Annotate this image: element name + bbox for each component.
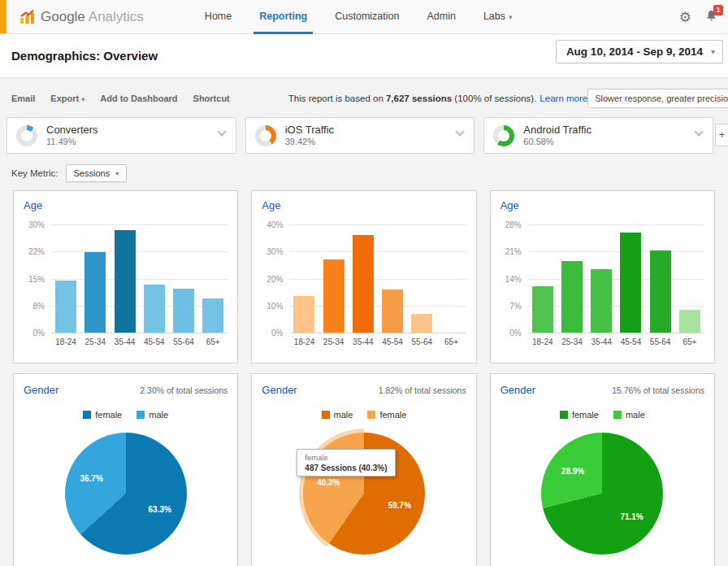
gender-charts-row: Gender 2.30% of total sessions femalemal… <box>0 373 728 566</box>
age-bar-25-34[interactable] <box>84 252 106 333</box>
legend-swatch-icon <box>367 411 375 419</box>
age-bar-18-24[interactable] <box>55 281 76 333</box>
segment-donut-icon <box>493 125 514 146</box>
bar-slot <box>587 224 616 333</box>
gear-icon[interactable]: ⚙ <box>679 9 691 25</box>
add-to-dashboard-button[interactable]: Add to Dashboard <box>100 94 177 103</box>
gender-pie[interactable] <box>65 433 187 555</box>
age-bar-65+[interactable] <box>679 310 700 333</box>
age-bar-25-34[interactable] <box>323 259 344 333</box>
nav-customization[interactable]: Customization <box>321 0 413 34</box>
age-bar-55-64[interactable] <box>650 250 671 333</box>
nav-home[interactable]: Home <box>191 0 245 34</box>
pie-chart: 59.7%40.3% <box>299 429 429 559</box>
y-axis-tick-label: 30% <box>266 247 283 256</box>
y-axis-tick-label: 0% <box>33 329 45 337</box>
age-bar-55-64[interactable] <box>173 289 194 333</box>
brand-logo[interactable]: Google Analytics <box>20 9 144 25</box>
bar-slot <box>80 224 110 333</box>
chart-title: Gender <box>262 384 297 396</box>
toolbar-actions: Email Export▾ Add to Dashboard Shortcut <box>11 94 230 103</box>
segment-card-ios-traffic[interactable]: iOS Traffic 39.42% <box>245 117 475 154</box>
chevron-down-icon[interactable] <box>217 127 226 136</box>
segment-card-android-traffic[interactable]: Android Traffic 60.58% <box>483 117 713 154</box>
date-range-selector[interactable]: Aug 10, 2014 - Sep 9, 2014 ▾ <box>556 40 723 63</box>
segments-row: Converters 11.49% iOS Traffic 39.42% And… <box>6 117 713 154</box>
age-bar-18-24[interactable] <box>532 286 553 333</box>
x-axis: 18-2425-3435-4445-5455-6465+ <box>289 337 466 346</box>
y-axis-tick-label: 10% <box>266 301 283 310</box>
plot-area <box>289 224 466 333</box>
legend-item-female[interactable]: female <box>560 410 599 420</box>
pie-slice-label-female: 40.3% <box>317 478 340 487</box>
legend-item-female[interactable]: female <box>367 410 406 420</box>
chevron-down-icon[interactable] <box>456 127 465 136</box>
x-axis-label: 25-34 <box>557 337 587 346</box>
y-axis: 40%30%20%10%0% <box>262 224 289 333</box>
legend-item-male[interactable]: male <box>136 410 168 420</box>
x-axis-label: 35-44 <box>587 337 616 346</box>
y-axis-tick-label: 40% <box>266 220 283 229</box>
chart-title: Age <box>262 199 466 211</box>
nav-labs[interactable]: Labs▾ <box>470 0 526 34</box>
age-bar-35-44[interactable] <box>353 235 374 333</box>
y-axis-tick-label: 22% <box>28 247 45 256</box>
notifications-bell[interactable]: 1 <box>704 9 718 26</box>
age-bar-25-34[interactable] <box>561 261 583 333</box>
nav-reporting[interactable]: Reporting <box>245 0 321 34</box>
x-axis-label: 55-64 <box>407 337 436 346</box>
bars-group <box>528 224 704 333</box>
x-axis-label: 35-44 <box>349 337 378 346</box>
legend-item-male[interactable]: male <box>613 410 645 420</box>
age-bar-45-54[interactable] <box>382 290 403 333</box>
y-axis-tick-label: 7% <box>509 301 521 310</box>
bar-slot <box>319 224 349 333</box>
x-axis: 18-2425-3435-4445-5455-6465+ <box>51 337 228 346</box>
x-axis: 18-2425-3435-4445-5455-6465+ <box>528 337 704 346</box>
y-axis-tick-label: 30% <box>28 220 45 229</box>
age-bar-35-44[interactable] <box>115 230 136 333</box>
gender-chart-panel-converters: Gender 2.30% of total sessions femalemal… <box>13 373 238 566</box>
x-axis-label: 18-24 <box>51 337 80 346</box>
y-axis-tick-label: 8% <box>33 301 45 310</box>
chevron-down-icon[interactable] <box>694 127 703 136</box>
age-bar-45-54[interactable] <box>144 285 165 333</box>
shortcut-button[interactable]: Shortcut <box>193 94 230 103</box>
gridline <box>51 333 228 333</box>
segment-value: 11.49% <box>46 137 98 147</box>
pie-slice-label-female: 71.1% <box>620 512 643 521</box>
bar-slot <box>289 224 318 333</box>
legend-label: female <box>379 410 406 420</box>
legend-item-female[interactable]: female <box>83 410 122 420</box>
bar-slot <box>169 224 198 333</box>
age-bar-55-64[interactable] <box>411 314 432 333</box>
bar-slot <box>675 224 704 333</box>
gender-pie[interactable] <box>541 433 663 555</box>
tooltip-slice-value: 487 Sessions (40.3%) <box>305 464 387 472</box>
age-bar-35-44[interactable] <box>591 269 612 333</box>
pie-legend: malefemale <box>262 410 466 420</box>
export-button[interactable]: Export▾ <box>50 94 84 103</box>
pie-slice-label-female: 63.3% <box>149 504 171 513</box>
nav-admin[interactable]: Admin <box>413 0 469 34</box>
legend-item-male[interactable]: male <box>322 410 353 420</box>
key-metric-label: Key Metric: <box>11 168 58 178</box>
y-axis-tick-label: 0% <box>271 329 283 337</box>
pie-legend: femalemale <box>24 410 228 420</box>
segment-card-converters[interactable]: Converters 11.49% <box>6 117 236 154</box>
legend-swatch-icon <box>136 411 145 419</box>
add-segment-button[interactable]: + <box>715 124 728 146</box>
learn-more-link[interactable]: Learn more <box>540 94 587 103</box>
chevron-down-icon: ▾ <box>115 170 119 177</box>
age-bar-65+[interactable] <box>202 298 223 333</box>
page-header: Demographics: Overview Aug 10, 2014 - Se… <box>0 34 728 78</box>
key-metric-dropdown[interactable]: Sessions ▾ <box>66 164 128 182</box>
chart-title: Gender <box>500 384 535 396</box>
segment-name: iOS Traffic <box>285 124 334 137</box>
age-bar-45-54[interactable] <box>620 233 641 333</box>
email-button[interactable]: Email <box>11 94 35 103</box>
precision-dropdown[interactable]: Slower response, greater precision ▾ <box>587 89 728 108</box>
age-bar-chart: 28%21%14%7%0% 18-2425-3435-4445-5455-646… <box>500 224 704 346</box>
age-bar-18-24[interactable] <box>293 296 314 333</box>
y-axis-tick-label: 21% <box>505 247 522 256</box>
